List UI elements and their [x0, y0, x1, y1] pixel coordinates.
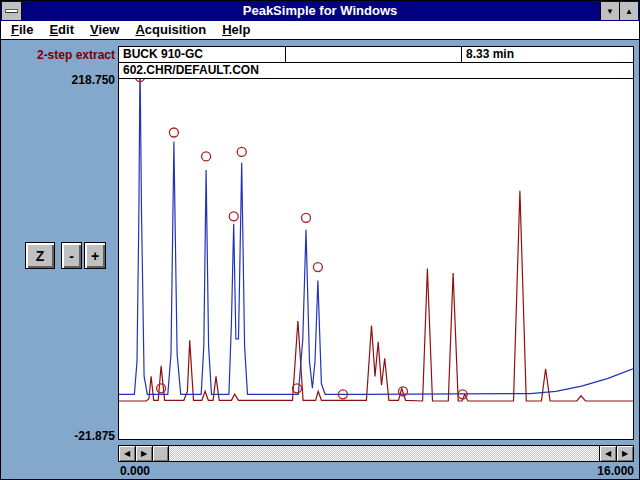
menu-view[interactable]: View	[82, 21, 127, 39]
y-axis-max-label: 218.750	[35, 73, 115, 87]
scrollbar-thumb[interactable]	[153, 446, 169, 461]
chart-header-row: BUCK 910-GC 8.33 min	[119, 47, 633, 63]
minimize-button[interactable]: ▼	[600, 2, 619, 20]
chromatogram-panel: BUCK 910-GC 8.33 min 602.CHR/DEFAULT.CON	[118, 46, 634, 440]
retention-time-cell: 8.33 min	[462, 47, 633, 62]
y-axis-min-label: -21.875	[35, 429, 115, 443]
x-axis-max-label: 16.000	[559, 464, 634, 478]
scroll-left-far-button[interactable]: ◀	[599, 446, 616, 461]
window-title: PeakSimple for Windows	[1, 1, 639, 21]
minimize-icon: ▼	[606, 7, 614, 16]
scrollbar-channel[interactable]	[169, 446, 599, 461]
left-arrow-icon: ◀	[124, 449, 130, 458]
instrument-name-cell: BUCK 910-GC	[119, 47, 286, 62]
menu-file[interactable]: File	[3, 21, 41, 39]
left-arrow-icon: ◀	[605, 449, 611, 458]
time-axis-scrollbar: ◀ ▶ ◀ ▶	[118, 445, 634, 462]
scroll-right-small-button[interactable]: ▶	[136, 446, 153, 461]
zoom-out-button[interactable]: -	[61, 242, 82, 269]
maximize-icon: ▲	[625, 7, 633, 16]
chromatogram-svg	[119, 79, 633, 439]
title-bar: PeakSimple for Windows ▼ ▲	[1, 1, 639, 21]
zoom-button[interactable]: Z	[25, 242, 55, 269]
menu-bar: File Edit View Acquisition Help	[1, 21, 639, 40]
file-name-cell: 602.CHR/DEFAULT.CON	[119, 63, 633, 79]
chromatogram-plot-area[interactable]	[119, 79, 633, 439]
scroll-right-button[interactable]: ▶	[616, 446, 633, 461]
scroll-left-button[interactable]: ◀	[119, 446, 136, 461]
header-middle-cell	[286, 47, 462, 62]
channel-label: 2-step extract	[5, 48, 115, 62]
app-window: PeakSimple for Windows ▼ ▲ File Edit Vie…	[0, 0, 640, 480]
zoom-in-button[interactable]: +	[84, 242, 106, 269]
x-axis-min-label: 0.000	[120, 464, 150, 478]
window-buttons: ▼ ▲	[600, 2, 638, 20]
menu-edit[interactable]: Edit	[41, 21, 82, 39]
menu-help[interactable]: Help	[214, 21, 258, 39]
right-arrow-icon: ▶	[141, 449, 147, 458]
menu-acquisition[interactable]: Acquisition	[127, 21, 214, 39]
maximize-button[interactable]: ▲	[619, 2, 638, 20]
right-arrow-icon: ▶	[622, 449, 628, 458]
